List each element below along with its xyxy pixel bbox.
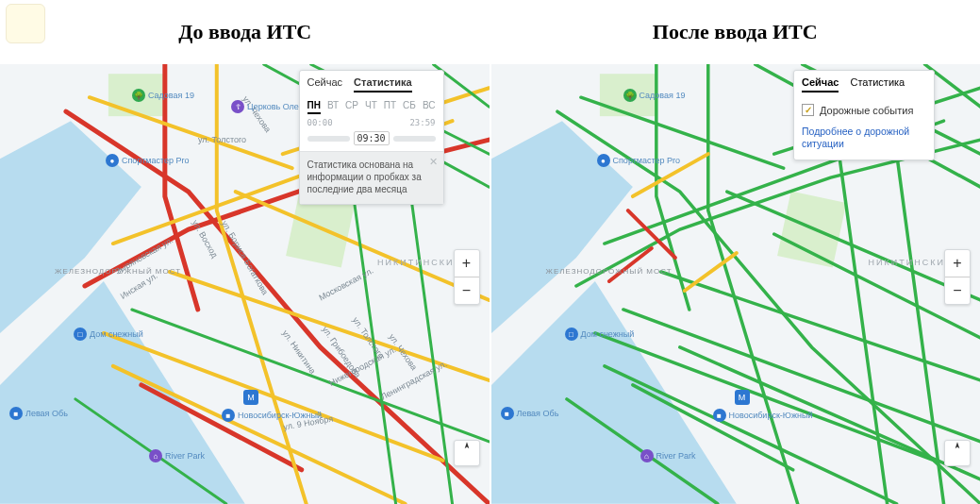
map-after[interactable]: ЖЕЛЕЗНОДОРОЖНЫЙ МОСТ НИКИТИНСКИЙ ●Спортм… bbox=[490, 64, 981, 504]
checkbox-icon[interactable] bbox=[802, 104, 814, 116]
tab-now[interactable]: Сейчас bbox=[802, 76, 839, 92]
tab-now[interactable]: Сейчас bbox=[307, 76, 343, 92]
poi-sportmaster[interactable]: ●Спортмастер Pro bbox=[106, 154, 190, 167]
poi-sadovaya[interactable]: 🌳Садовая 19 bbox=[132, 89, 194, 102]
metro-icon[interactable]: М bbox=[243, 390, 258, 405]
poi-dom-snezhn[interactable]: □Дом снежный bbox=[565, 328, 635, 341]
road-events-checkbox-row[interactable]: Дорожные события bbox=[794, 96, 934, 120]
zoom-control: + − bbox=[454, 249, 480, 305]
svg-marker-0 bbox=[0, 121, 141, 333]
metro-icon[interactable]: М bbox=[735, 390, 750, 405]
compass-icon bbox=[460, 441, 473, 454]
traffic-details-link[interactable]: Подробнее о дорожной ситуации bbox=[794, 120, 934, 160]
day-sat[interactable]: СБ bbox=[403, 100, 416, 114]
zoom-out-button[interactable]: − bbox=[455, 277, 479, 304]
poi-river-park[interactable]: ⌂River Park bbox=[149, 449, 205, 462]
time-slider-right[interactable] bbox=[393, 136, 436, 142]
poi-sadovaya[interactable]: 🌳Садовая 19 bbox=[623, 89, 686, 102]
zoom-control: + − bbox=[944, 249, 971, 305]
day-picker: ПН ВТ СР ЧТ ПТ СБ ВС bbox=[300, 96, 443, 116]
map-before[interactable]: ЖЕЛЕЗНОДОРОЖНЫЙ МОСТ НИКИТИНСКИЙ ул. Чех… bbox=[0, 64, 490, 504]
zoom-in-button[interactable]: + bbox=[455, 250, 479, 277]
poi-sportmaster[interactable]: ●Спортмастер Pro bbox=[597, 154, 681, 167]
traffic-panel-stats: Сейчас Статистика ПН ВТ СР ЧТ ПТ СБ ВС 0… bbox=[299, 70, 444, 205]
svg-marker-1 bbox=[0, 281, 245, 504]
page-logo-placeholder bbox=[6, 4, 45, 43]
traffic-tabs: Сейчас Статистика bbox=[794, 71, 934, 96]
poi-novosib-south[interactable]: ■Новосибирск-Южный bbox=[222, 409, 322, 422]
day-thu[interactable]: ЧТ bbox=[365, 100, 377, 114]
svg-marker-5 bbox=[491, 281, 737, 504]
header: До ввода ИТС После ввода ИТС bbox=[0, 0, 980, 64]
poi-levaya-ob[interactable]: ■Левая Обь bbox=[9, 407, 68, 420]
day-sun[interactable]: ВС bbox=[423, 100, 436, 114]
close-icon[interactable]: ✕ bbox=[429, 156, 438, 168]
title-before: До ввода ИТС bbox=[178, 20, 311, 44]
poi-dom-snezhn[interactable]: □Дом снежный bbox=[74, 328, 143, 341]
maps-container: ЖЕЛЕЗНОДОРОЖНЫЙ МОСТ НИКИТИНСКИЙ ул. Чех… bbox=[0, 64, 980, 504]
info-banner: ✕ Статистика основана на информации о пр… bbox=[300, 151, 443, 204]
day-fri[interactable]: ПТ bbox=[384, 100, 396, 114]
road-events-label: Дорожные события bbox=[820, 105, 913, 116]
title-after: После ввода ИТС bbox=[653, 20, 818, 44]
bridge-label: ЖЕЛЕЗНОДОРОЖНЫЙ МОСТ bbox=[55, 267, 181, 276]
zoom-in-button[interactable]: + bbox=[945, 250, 970, 277]
locate-button[interactable] bbox=[454, 440, 480, 466]
poi-levaya-ob[interactable]: ■Левая Обь bbox=[501, 407, 559, 420]
time-max: 23:59 bbox=[409, 118, 435, 127]
day-mon[interactable]: ПН bbox=[307, 100, 321, 114]
time-current[interactable]: 09:30 bbox=[354, 131, 390, 145]
day-wed[interactable]: СР bbox=[345, 100, 358, 114]
traffic-tabs: Сейчас Статистика bbox=[300, 71, 443, 96]
tab-stats[interactable]: Статистика bbox=[354, 76, 412, 92]
svg-marker-4 bbox=[491, 121, 633, 333]
time-slider[interactable] bbox=[307, 136, 350, 142]
bridge-label: ЖЕЛЕЗНОДОРОЖНЫЙ МОСТ bbox=[546, 267, 673, 276]
zoom-out-button[interactable]: − bbox=[945, 277, 970, 304]
poi-novosib-south[interactable]: ■Новосибирск-Южный bbox=[713, 409, 813, 422]
day-tue[interactable]: ВТ bbox=[327, 100, 339, 114]
compass-icon bbox=[951, 441, 964, 454]
locate-button[interactable] bbox=[944, 440, 971, 466]
poi-river-park[interactable]: ⌂River Park bbox=[640, 449, 696, 462]
traffic-panel-now: Сейчас Статистика Дорожные события Подро… bbox=[793, 70, 935, 160]
tab-stats[interactable]: Статистика bbox=[850, 76, 905, 92]
time-min: 00:00 bbox=[307, 118, 333, 127]
